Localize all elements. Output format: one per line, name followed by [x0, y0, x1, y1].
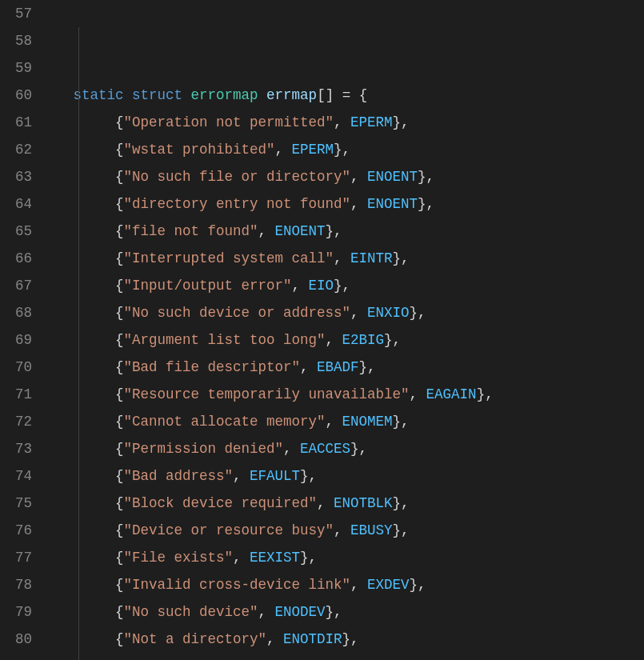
error-code-constant: EPERM [350, 114, 393, 130]
error-code-constant: EBADF [317, 359, 359, 375]
error-code-constant: ENODEV [275, 604, 326, 620]
code-line[interactable]: {"No such file or directory", ENOENT}, [48, 163, 644, 190]
error-message-string: "Bad file descriptor" [124, 359, 301, 375]
error-code-constant: ENXIO [367, 305, 410, 321]
line-number: 66 [0, 245, 32, 272]
line-number: 65 [0, 218, 32, 245]
variable-name: errmap [266, 87, 317, 103]
error-message-string: "No such file or directory" [124, 169, 351, 185]
error-code-constant: ENOENT [367, 169, 418, 185]
line-number: 79 [0, 598, 32, 626]
error-code-constant: ENOENT [367, 196, 418, 212]
code-line[interactable]: {"Device or resource busy", EBUSY}, [48, 517, 644, 544]
code-line[interactable]: {"Operation not permitted", EPERM}, [48, 109, 644, 136]
code-line[interactable]: {"Is a directory", EISDIR}, [48, 653, 644, 660]
indent-guide [78, 27, 79, 660]
error-message-string: "Block device required" [124, 495, 318, 511]
error-message-string: "file not found" [124, 223, 258, 239]
error-message-string: "No such device or address" [124, 305, 351, 321]
error-message-string: "wstat prohibited" [124, 142, 275, 158]
error-code-constant: ENOTDIR [283, 631, 342, 647]
error-code-constant: EIO [309, 278, 334, 294]
code-line[interactable]: {"Permission denied", EACCES}, [48, 435, 644, 462]
line-number: 63 [0, 163, 32, 190]
error-message-string: "Input/output error" [124, 278, 292, 294]
line-number: 59 [0, 54, 32, 82]
error-code-constant: EAGAIN [426, 386, 477, 402]
keyword-static: static [74, 87, 124, 103]
code-line[interactable]: {"File exists", EEXIST}, [48, 544, 644, 571]
line-number: 57 [0, 0, 32, 27]
error-code-constant: EINTR [350, 250, 393, 266]
line-number: 74 [0, 462, 32, 490]
error-message-string: "Resource temporarily unavailable" [124, 386, 410, 402]
error-message-string: "Device or resource busy" [124, 522, 334, 538]
line-number: 73 [0, 435, 32, 462]
code-line[interactable]: {"Resource temporarily unavailable", EAG… [48, 381, 644, 408]
line-number: 77 [0, 544, 32, 571]
keyword-struct: struct [132, 87, 182, 103]
type-name: errormap [191, 87, 258, 103]
line-number: 67 [0, 272, 32, 299]
line-number: 75 [0, 490, 32, 517]
code-area[interactable]: static struct errormap errmap[] = { {"Op… [48, 0, 644, 660]
line-number: 70 [0, 354, 32, 381]
code-line[interactable]: {"Block device required", ENOTBLK}, [48, 490, 644, 517]
error-code-constant: E2BIG [342, 332, 385, 348]
error-message-string: "Not a directory" [124, 631, 267, 647]
code-line[interactable]: {"Input/output error", EIO}, [48, 272, 644, 299]
error-message-string: "File exists" [124, 550, 234, 566]
line-number: 71 [0, 381, 32, 408]
error-message-string: "Bad address" [124, 468, 234, 484]
error-message-string: "Invalid cross-device link" [124, 577, 351, 593]
error-code-constant: EBUSY [350, 522, 393, 538]
code-line[interactable]: {"No such device", ENODEV}, [48, 598, 644, 626]
line-number: 64 [0, 190, 32, 218]
error-code-constant: EXDEV [367, 577, 410, 593]
line-number: 76 [0, 517, 32, 544]
code-line[interactable]: static struct errormap errmap[] = { [48, 82, 644, 109]
line-number: 62 [0, 136, 32, 163]
code-editor[interactable]: 5758596061626364656667686970717273747576… [0, 0, 644, 660]
line-number: 60 [0, 82, 32, 109]
error-message-string: "Interrupted system call" [124, 250, 334, 266]
line-number-gutter: 5758596061626364656667686970717273747576… [0, 0, 48, 660]
code-line[interactable]: {"file not found", ENOENT}, [48, 218, 644, 245]
code-line[interactable]: {"Argument list too long", E2BIG}, [48, 326, 644, 354]
line-number: 69 [0, 326, 32, 354]
code-line[interactable]: {"Bad address", EFAULT}, [48, 462, 644, 490]
error-message-string: "Cannot allocate memory" [124, 414, 326, 430]
line-number: 58 [0, 27, 32, 54]
error-code-constant: ENOENT [275, 223, 326, 239]
code-line[interactable]: {"wstat prohibited", EPERM}, [48, 136, 644, 163]
line-number: 78 [0, 571, 32, 598]
error-code-constant: EPERM [292, 142, 334, 158]
line-number: 72 [0, 408, 32, 435]
code-line[interactable]: {"Cannot allocate memory", ENOMEM}, [48, 408, 644, 435]
error-code-constant: EACCES [300, 441, 350, 457]
error-message-string: "directory entry not found" [124, 196, 351, 212]
code-line[interactable]: {"Invalid cross-device link", EXDEV}, [48, 571, 644, 598]
line-number: 80 [0, 626, 32, 653]
line-number: 68 [0, 299, 32, 326]
code-line[interactable]: {"directory entry not found", ENOENT}, [48, 190, 644, 218]
error-code-constant: ENOMEM [342, 414, 393, 430]
error-message-string: "Permission denied" [124, 441, 284, 457]
error-message-string: "Operation not permitted" [124, 114, 334, 130]
code-line[interactable]: {"No such device or address", ENXIO}, [48, 299, 644, 326]
error-message-string: "No such device" [124, 604, 258, 620]
code-line[interactable]: {"Not a directory", ENOTDIR}, [48, 626, 644, 653]
error-message-string: "Argument list too long" [124, 332, 326, 348]
error-code-constant: ENOTBLK [334, 495, 393, 511]
error-code-constant: EFAULT [250, 468, 300, 484]
line-number: 61 [0, 109, 32, 136]
error-code-constant: EEXIST [250, 550, 300, 566]
code-line[interactable]: {"Interrupted system call", EINTR}, [48, 245, 644, 272]
code-line[interactable]: {"Bad file descriptor", EBADF}, [48, 354, 644, 381]
